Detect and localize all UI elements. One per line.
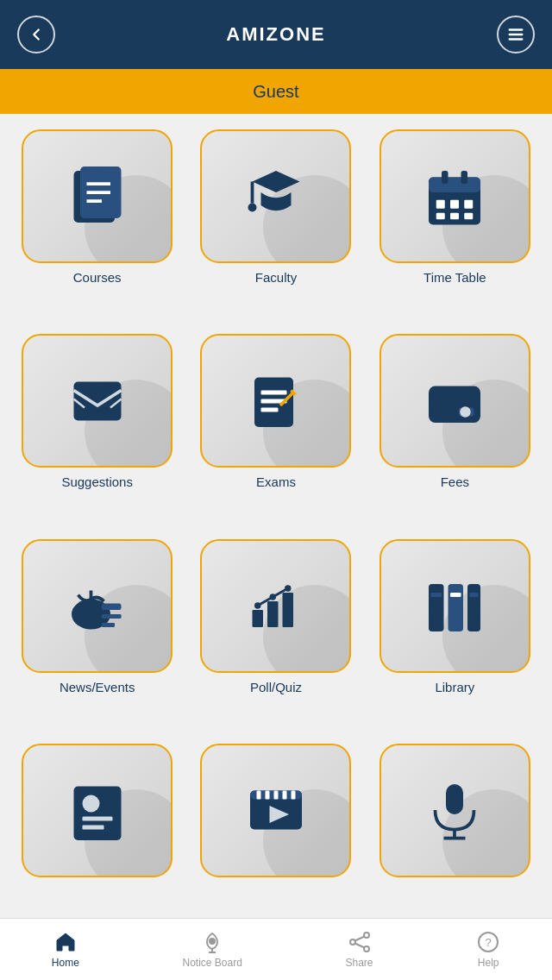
grid-item-library[interactable]: Library [373, 539, 536, 728]
svg-rect-15 [465, 199, 474, 208]
pollquiz-icon-box [200, 539, 351, 673]
mic-icon [420, 776, 489, 845]
pollquiz-icon [242, 571, 310, 640]
svg-line-67 [354, 944, 364, 948]
nav-noticeboard[interactable]: Notice Board [182, 930, 242, 969]
svg-rect-40 [429, 584, 444, 631]
svg-rect-34 [252, 610, 263, 627]
svg-rect-44 [450, 593, 461, 597]
courses-icon [63, 162, 132, 231]
nav-help[interactable]: ? Help [476, 930, 500, 969]
main-grid: Courses Faculty [0, 114, 552, 918]
grid-item-faculty[interactable]: Faculty [194, 129, 357, 318]
newsevents-icon [63, 571, 132, 640]
svg-point-65 [350, 939, 355, 945]
svg-point-8 [248, 203, 256, 211]
library-icon-box [380, 539, 530, 673]
grid-item-mic[interactable] [373, 744, 536, 918]
svg-rect-56 [291, 791, 295, 800]
svg-rect-46 [73, 787, 121, 841]
nav-share[interactable]: Share [345, 930, 373, 969]
faculty-icon [242, 162, 310, 231]
svg-rect-32 [102, 614, 122, 619]
svg-rect-10 [429, 177, 480, 192]
courses-icon-box [22, 129, 172, 263]
svg-rect-45 [470, 593, 479, 597]
svg-point-29 [461, 406, 472, 418]
header: AMIZONE [0, 0, 552, 69]
svg-rect-13 [436, 199, 445, 208]
svg-rect-31 [102, 604, 122, 611]
faculty-label: Faculty [255, 270, 297, 285]
exams-icon-box [200, 334, 351, 468]
svg-point-64 [364, 946, 369, 952]
app-title: AMIZONE [226, 23, 325, 46]
grid-item-timetable[interactable]: Time Table [373, 129, 536, 318]
fees-icon [420, 367, 489, 436]
svg-rect-14 [450, 199, 459, 208]
courses-label: Courses [73, 270, 122, 285]
grid-item-profile[interactable] [16, 744, 179, 918]
help-icon: ? [476, 930, 500, 954]
timetable-icon [420, 162, 489, 231]
svg-rect-58 [446, 784, 463, 814]
svg-rect-54 [273, 791, 278, 800]
timetable-label: Time Table [423, 270, 486, 285]
guest-bar: Guest [0, 69, 552, 114]
grid-item-exams[interactable]: Exams [194, 334, 357, 523]
guest-label: Guest [253, 82, 298, 102]
timetable-icon-box [380, 129, 530, 263]
grid-item-video[interactable] [194, 744, 357, 918]
svg-point-62 [210, 939, 215, 944]
grid-item-courses[interactable]: Courses [16, 129, 179, 318]
bottom-navigation: Home Notice Board Share ? Help [0, 918, 552, 980]
fees-label: Fees [441, 474, 469, 489]
grid-item-newsevents[interactable]: News/Events [16, 539, 179, 728]
fees-icon-box [380, 334, 530, 468]
svg-point-47 [82, 795, 99, 813]
newsevents-label: News/Events [60, 680, 135, 694]
exams-icon [242, 367, 310, 436]
grid-item-suggestions[interactable]: Suggestions [16, 334, 179, 523]
exams-label: Exams [256, 474, 296, 489]
svg-rect-41 [448, 584, 464, 631]
svg-rect-36 [282, 593, 293, 627]
newsevents-icon-box [22, 539, 172, 673]
grid-item-fees[interactable]: Fees [373, 334, 536, 523]
grid-item-pollquiz[interactable]: Poll/Quiz [194, 539, 357, 728]
svg-rect-17 [450, 212, 459, 219]
noticeboard-icon [200, 930, 224, 954]
svg-rect-55 [282, 791, 286, 800]
suggestions-icon-box [22, 334, 172, 468]
svg-rect-49 [82, 826, 104, 830]
svg-rect-42 [467, 584, 480, 631]
profile-icon-box [22, 744, 172, 877]
menu-button[interactable] [497, 16, 535, 53]
pollquiz-label: Poll/Quiz [250, 680, 302, 694]
nav-home[interactable]: Home [52, 930, 79, 969]
svg-line-66 [354, 937, 364, 941]
svg-rect-19 [73, 381, 121, 420]
svg-rect-33 [102, 623, 115, 627]
library-label: Library [435, 680, 474, 694]
svg-rect-11 [442, 171, 448, 184]
faculty-icon-box [200, 129, 351, 263]
svg-rect-52 [256, 791, 260, 800]
svg-rect-25 [260, 407, 278, 411]
svg-point-63 [364, 933, 369, 938]
library-icon [420, 571, 489, 640]
video-icon [242, 776, 310, 845]
svg-text:?: ? [486, 936, 492, 949]
profile-icon [63, 776, 132, 845]
svg-rect-16 [436, 212, 445, 219]
home-icon [53, 930, 78, 954]
mic-icon-box [380, 744, 530, 877]
svg-rect-53 [265, 791, 269, 800]
suggestions-label: Suggestions [61, 474, 133, 489]
back-button[interactable] [17, 16, 55, 53]
suggestions-icon [63, 367, 132, 436]
svg-rect-18 [465, 212, 474, 219]
share-icon [348, 930, 372, 954]
svg-rect-48 [82, 817, 112, 821]
svg-rect-12 [461, 171, 468, 184]
